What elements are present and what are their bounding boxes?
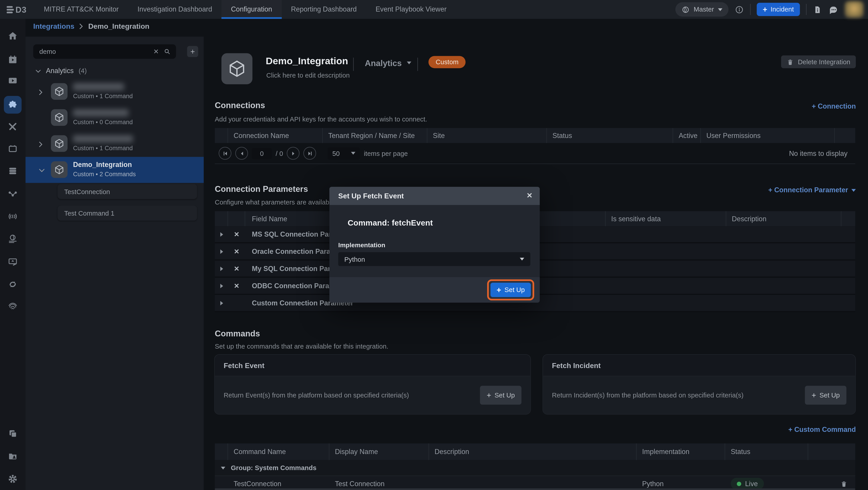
document-info-icon[interactable] [813, 5, 822, 14]
expand-caret-icon[interactable] [220, 249, 223, 254]
remove-parameter-icon[interactable]: ✕ [228, 265, 245, 272]
header-cell-tenant[interactable]: Tenant Region / Name / Site [323, 128, 428, 143]
chevron-right-icon[interactable] [39, 89, 42, 95]
expand-caret-icon[interactable] [220, 301, 223, 305]
incident-playbook-icon[interactable] [7, 54, 18, 65]
d3-logo-text: D3 [16, 5, 27, 14]
integration-cube-icon [51, 83, 67, 100]
implementation-select[interactable]: Python [338, 252, 530, 266]
fetch-incident-setup-button[interactable]: + Set Up [805, 386, 846, 404]
header-cell-display-name[interactable]: Display Name [329, 443, 429, 460]
folder-user-icon[interactable] [7, 451, 18, 462]
add-custom-command-link[interactable]: + Custom Command [788, 426, 856, 433]
tree-group-count: (4) [79, 67, 87, 75]
page-title[interactable]: Demo_Integration [266, 55, 348, 67]
app-box-icon[interactable] [7, 143, 18, 154]
tab-investigation-dashboard[interactable]: Investigation Dashboard [128, 0, 221, 19]
copy-icon[interactable] [7, 428, 18, 439]
d3-logo[interactable]: D3 [0, 0, 34, 19]
items-per-page-label: items per page [364, 149, 408, 157]
modal-header: Set Up Fetch Event ✕ [329, 187, 540, 205]
database-icon[interactable] [7, 165, 18, 176]
add-integration-button[interactable]: + [187, 46, 198, 57]
tab-mitre-attack-monitor[interactable]: MITRE ATT&CK Monitor [34, 0, 128, 19]
sync-icon[interactable] [7, 279, 18, 290]
header-cell-status[interactable]: Status [547, 128, 673, 143]
modal-setup-button[interactable]: + Set Up [491, 283, 531, 297]
info-icon[interactable] [735, 5, 744, 14]
tree-item-demo-integration[interactable]: Demo_Integration Custom • 2 Commands [26, 157, 204, 183]
chevron-right-icon[interactable] [39, 141, 42, 147]
tree-item-redacted-2[interactable]: Custom • 0 Command [26, 105, 204, 131]
search-icon[interactable] [163, 48, 171, 55]
tree-item-redacted-3[interactable]: Custom • 1 Command [26, 131, 204, 157]
delete-integration-button[interactable]: Delete Integration [781, 55, 856, 68]
command-row-test-connection[interactable]: TestConnection Test Connection Python Li… [215, 476, 855, 490]
breadcrumb-integrations-link[interactable]: Integrations [33, 22, 74, 31]
chat-icon[interactable] [828, 4, 839, 15]
horizontal-scrollbar[interactable] [215, 488, 855, 490]
header-cell-user-permissions[interactable]: User Permissions [701, 128, 835, 143]
header-cell-active[interactable]: Active [673, 128, 701, 143]
custom-badge: Custom [429, 56, 466, 68]
add-incident-button[interactable]: + Incident [756, 3, 800, 16]
edit-description-placeholder[interactable]: Click here to edit description [266, 71, 350, 79]
integrations-puzzle-icon[interactable] [7, 99, 18, 110]
header-cell-is-sensitive[interactable]: Is sensitive data [606, 211, 726, 226]
tree-item-redacted-1[interactable]: Custom • 1 Command [26, 79, 204, 105]
tree-group-analytics[interactable]: Analytics (4) [26, 65, 87, 77]
remove-parameter-icon[interactable]: ✕ [228, 230, 245, 238]
fingerprint-icon[interactable] [7, 301, 18, 312]
settings-gear-icon[interactable] [7, 473, 18, 484]
page-number-input[interactable]: 0 [252, 148, 272, 159]
chevron-down-icon [351, 152, 355, 154]
add-connection-link[interactable]: + Connection [812, 103, 856, 110]
avatar[interactable] [845, 1, 864, 18]
tab-event-playbook-viewer[interactable]: Event Playbook Viewer [366, 0, 456, 19]
header-cell-status[interactable]: Status [725, 443, 808, 460]
category-dropdown[interactable]: Analytics [365, 58, 411, 68]
header-cell-description[interactable]: Description [429, 443, 637, 460]
header-cell-site[interactable]: Site [428, 128, 547, 143]
tree-child-test-command-1[interactable]: Test Command 1 [58, 206, 197, 221]
header-cell-description[interactable]: Description [726, 211, 841, 226]
master-tenant-selector[interactable]: Master [675, 2, 728, 17]
header-cell-empty [215, 443, 228, 460]
setup-fetch-event-modal: Set Up Fetch Event ✕ Command: fetchEvent… [329, 187, 540, 303]
add-connection-parameter-link[interactable]: + Connection Parameter [768, 186, 856, 194]
remove-parameter-icon[interactable]: ✕ [228, 248, 245, 255]
cell-status: Live [725, 478, 808, 489]
fetch-event-setup-button[interactable]: + Set Up [480, 386, 522, 404]
chevron-down-icon [35, 69, 41, 73]
tab-reporting-dashboard[interactable]: Reporting Dashboard [281, 0, 366, 19]
first-page-button[interactable] [219, 147, 231, 160]
header-cell-implementation[interactable]: Implementation [637, 443, 725, 460]
expand-caret-icon[interactable] [220, 284, 223, 288]
command-group-row[interactable]: Group: System Commands [215, 460, 855, 476]
delete-command-icon[interactable] [840, 480, 848, 488]
last-page-button[interactable] [304, 147, 316, 160]
live-dot-icon [737, 482, 741, 486]
utility-tools-icon[interactable] [7, 121, 18, 132]
remove-parameter-icon[interactable]: ✕ [228, 282, 245, 290]
page-size-select[interactable]: 50 [328, 147, 360, 160]
broadcast-icon[interactable] [7, 211, 18, 222]
clear-search-icon[interactable]: ✕ [153, 48, 159, 55]
bank-edit-icon[interactable] [7, 256, 18, 267]
header-cell-connection-name[interactable]: Connection Name [228, 128, 323, 143]
home-icon[interactable] [7, 31, 18, 41]
expand-caret-icon[interactable] [220, 232, 223, 236]
collapse-caret-icon[interactable] [221, 466, 225, 469]
share-nodes-icon[interactable] [7, 189, 18, 200]
header-cell-command-name[interactable]: Command Name [228, 443, 329, 460]
globe-network-icon[interactable] [7, 233, 18, 244]
playbook-viewer-icon[interactable] [7, 75, 18, 86]
next-page-button[interactable] [287, 147, 300, 160]
fetch-event-card: Fetch Event Return Event(s) from the pla… [215, 355, 530, 414]
close-icon[interactable]: ✕ [526, 192, 532, 200]
tree-child-test-connection[interactable]: TestConnection [58, 184, 197, 199]
chevron-down-icon[interactable] [39, 169, 45, 172]
tab-configuration[interactable]: Configuration [221, 0, 281, 19]
expand-caret-icon[interactable] [220, 266, 223, 271]
previous-page-button[interactable] [235, 147, 248, 160]
